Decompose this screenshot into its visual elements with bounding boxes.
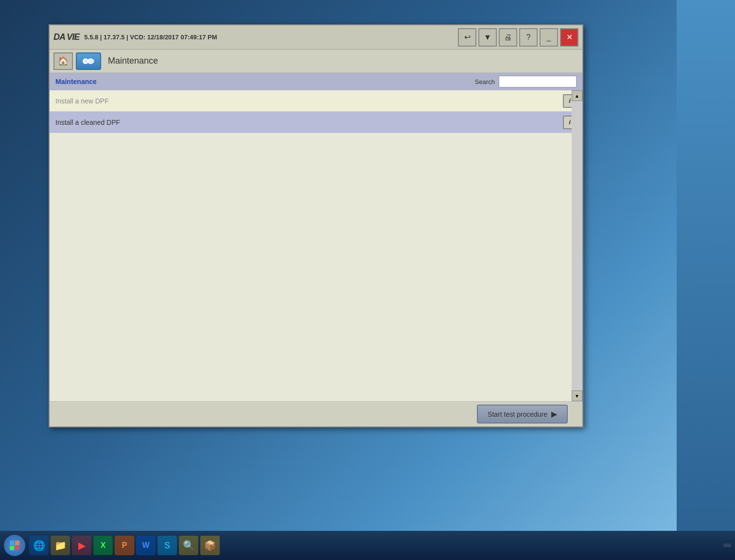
search-label: Search [475, 78, 495, 85]
nav-bar: 🏠 Maintenance [50, 50, 582, 73]
svg-rect-8 [10, 546, 14, 550]
taskbar-package-icon[interactable]: 📦 [200, 536, 220, 555]
bottom-bar: Start test procedure ▶ [50, 401, 582, 426]
print-button[interactable]: 🖨 [499, 28, 517, 47]
taskbar: 🌐 📁 ▶ X P W S 🔍 📦 [0, 531, 735, 560]
home-button[interactable]: 🏠 [53, 52, 73, 70]
taskbar-ie-icon[interactable]: 🌐 [29, 536, 49, 555]
list-item-2[interactable]: Install a cleaned DPF i [50, 112, 582, 133]
list-item-1-label: Install a new DPF [55, 97, 563, 105]
start-test-button[interactable]: Start test procedure ▶ [477, 405, 568, 424]
right-edge-decoration [677, 0, 735, 560]
title-bar: DA VIE 5.5.8 | 17.37.5 | VCD: 12/18/2017… [50, 25, 582, 50]
page-title: Maintenance [108, 56, 158, 66]
help-button[interactable]: ? [519, 28, 538, 47]
app-logo: DA VIE [53, 32, 79, 42]
taskbar-ppt-icon[interactable]: P [115, 536, 134, 555]
taskbar-word-icon[interactable]: W [136, 536, 156, 555]
scroll-up-button[interactable]: ▲ [572, 90, 582, 101]
start-test-arrow-icon: ▶ [551, 409, 557, 419]
app-window: DA VIE 5.5.8 | 17.37.5 | VCD: 12/18/2017… [49, 24, 583, 427]
title-bar-buttons: ↩ ▼ 🖨 ? _ ✕ [458, 28, 578, 47]
svg-rect-7 [15, 541, 19, 545]
dropdown-button[interactable]: ▼ [478, 28, 497, 47]
close-button[interactable]: ✕ [560, 28, 578, 47]
svg-rect-6 [10, 541, 14, 545]
taskbar-media-icon[interactable]: ▶ [72, 536, 91, 555]
section-header: Maintenance Search [50, 73, 582, 90]
taskbar-folder-icon[interactable]: 📁 [51, 536, 70, 555]
empty-content-area [50, 133, 582, 401]
scrollbar: ▲ ▼ [572, 90, 582, 401]
taskbar-search-icon[interactable]: 🔍 [179, 536, 198, 555]
version-info: 5.5.8 | 17.37.5 | VCD: 12/18/2017 07:49:… [84, 34, 458, 41]
nav-back-button[interactable] [76, 52, 101, 70]
search-input[interactable] [499, 76, 577, 87]
list-item-2-label: Install a cleaned DPF [55, 119, 563, 126]
minimize-button[interactable]: _ [540, 28, 558, 47]
windows-logo-icon [9, 540, 20, 551]
start-menu-button[interactable] [4, 535, 25, 556]
list-item-1[interactable]: Install a new DPF i [50, 90, 582, 112]
section-title: Maintenance [55, 78, 475, 85]
content-area: Install a new DPF i Install a cleaned DP… [50, 90, 582, 401]
back-button[interactable]: ↩ [458, 28, 476, 47]
taskbar-skype-icon[interactable]: S [158, 536, 177, 555]
start-test-label: Start test procedure [488, 410, 547, 418]
taskbar-notification-area [723, 543, 731, 547]
scroll-down-button[interactable]: ▼ [572, 390, 582, 401]
svg-rect-9 [15, 546, 19, 550]
nav-back-icon [82, 56, 95, 66]
taskbar-excel-icon[interactable]: X [93, 536, 113, 555]
